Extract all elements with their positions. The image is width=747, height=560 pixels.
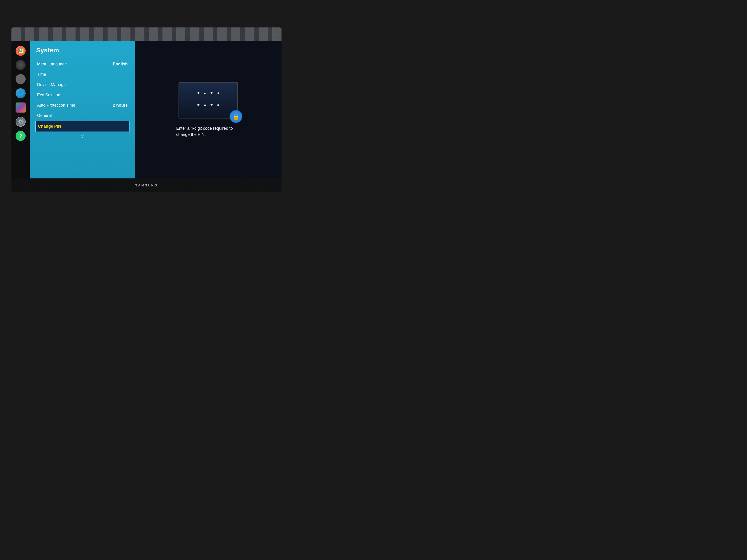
tv-preview-box: * * * * * * * * 🔒 bbox=[179, 82, 238, 118]
pin-row-1: * * * * bbox=[197, 90, 220, 98]
pin-dot-1-3: * bbox=[210, 90, 213, 98]
bottom-bar: SAMSUNG bbox=[11, 179, 282, 192]
sidebar-icon-broadcast[interactable] bbox=[16, 74, 26, 84]
system-menu: System Menu Language English Time Device… bbox=[30, 41, 135, 179]
menu-item-change-pin[interactable]: Change PIN bbox=[35, 121, 130, 132]
menu-value-language: English bbox=[113, 62, 128, 66]
pin-description: Enter a 4-digit code required to change … bbox=[176, 125, 240, 138]
sidebar-icon-picture[interactable]: 🖼️ bbox=[16, 46, 26, 56]
menu-item-language[interactable]: Menu Language English bbox=[36, 59, 129, 69]
pin-dot-1-4: * bbox=[217, 90, 220, 98]
menu-label-device-manager: Device Manager bbox=[37, 82, 67, 87]
pin-dot-2-3: * bbox=[210, 103, 213, 110]
menu-item-auto-protection[interactable]: Auto Protection Time 2 hours bbox=[36, 100, 129, 110]
pin-dot-2-2: * bbox=[204, 103, 206, 110]
menu-item-device-manager[interactable]: Device Manager bbox=[36, 80, 129, 90]
top-area bbox=[11, 27, 282, 41]
samsung-logo: SAMSUNG bbox=[135, 184, 158, 187]
menu-label-general: General bbox=[37, 113, 52, 118]
pin-dot-1-2: * bbox=[204, 90, 206, 98]
menu-item-time[interactable]: Time bbox=[36, 69, 129, 80]
sidebar: 🖼️ 🌐 ⚙️ ? bbox=[11, 41, 30, 179]
menu-label-change-pin: Change PIN bbox=[38, 124, 61, 129]
pin-row-2: * * * * bbox=[197, 103, 220, 110]
pin-dot-2-4: * bbox=[217, 103, 220, 110]
menu-item-general[interactable]: General bbox=[36, 110, 129, 121]
pin-dot-2-1: * bbox=[197, 103, 200, 110]
sidebar-icon-network[interactable]: 🌐 bbox=[16, 88, 26, 98]
lock-icon: 🔒 bbox=[230, 110, 242, 123]
menu-title: System bbox=[36, 47, 129, 54]
sidebar-icon-support[interactable]: ? bbox=[16, 131, 26, 141]
sidebar-icon-system[interactable]: ⚙️ bbox=[16, 117, 26, 127]
ui-container: 🖼️ 🌐 ⚙️ ? System Menu Language English T… bbox=[11, 41, 282, 179]
menu-item-eco-solution[interactable]: Eco Solution bbox=[36, 90, 129, 100]
menu-label-auto-protection: Auto Protection Time bbox=[37, 103, 75, 108]
pin-panel: * * * * * * * * 🔒 Enter a 4-digit code r… bbox=[135, 41, 282, 179]
sidebar-icon-sound[interactable] bbox=[16, 60, 26, 70]
tv-screen: 🖼️ 🌐 ⚙️ ? System Menu Language English T… bbox=[11, 27, 282, 192]
menu-label-language: Menu Language bbox=[37, 62, 67, 66]
menu-value-auto-protection: 2 hours bbox=[113, 103, 128, 108]
menu-label-eco-solution: Eco Solution bbox=[37, 92, 60, 98]
menu-label-time: Time bbox=[37, 72, 46, 77]
pin-dot-1-1: * bbox=[197, 90, 200, 98]
scroll-down-indicator: ∨ bbox=[36, 134, 129, 139]
sidebar-icon-smart[interactable] bbox=[16, 103, 26, 112]
